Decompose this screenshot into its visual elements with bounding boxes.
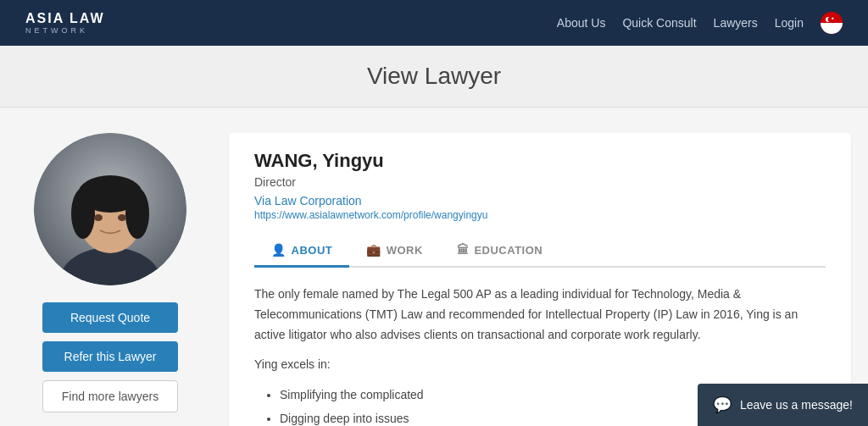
svg-point-12 [71,188,95,239]
about-intro: The only female named by The Legal 500 A… [254,285,826,345]
main-nav: About Us Quick Consult Lawyers Login [557,12,843,34]
lawyer-title: Director [254,175,826,189]
nav-login[interactable]: Login [775,16,804,30]
briefcase-icon: 💼 [366,243,381,257]
tab-work-label: WORK [387,244,423,257]
tab-about[interactable]: 👤 ABOUT [254,235,349,268]
tab-work[interactable]: 💼 WORK [349,235,440,268]
chat-label: Leave us a message! [740,398,853,412]
avatar [34,133,186,285]
refer-lawyer-button[interactable]: Refer this Lawyer [42,341,178,372]
lawyer-url[interactable]: https://www.asialawnetwork.com/profile/w… [254,209,826,221]
nav-lawyers[interactable]: Lawyers [714,16,758,30]
site-header: Asia Law Network About Us Quick Consult … [0,0,868,46]
tab-education-label: EDUCATION [474,244,542,257]
lawyer-detail-panel: WANG, Yingyu Director Via Law Corporatio… [229,133,851,426]
request-quote-button[interactable]: Request Quote [42,302,178,333]
flag-icon-singapore[interactable] [821,12,843,34]
svg-point-14 [94,214,103,221]
logo-subtitle: Network [25,26,105,35]
nav-quick-consult[interactable]: Quick Consult [622,16,696,30]
person-icon: 👤 [271,243,287,257]
main-content: Request Quote Refer this Lawyer Find mor… [0,133,868,426]
svg-rect-1 [821,23,843,34]
page-title: View Lawyer [0,63,868,90]
find-more-button[interactable]: Find more lawyers [42,380,178,412]
chat-icon: 💬 [713,396,732,414]
nav-about-us[interactable]: About Us [557,16,606,30]
profile-tabs: 👤 ABOUT 💼 WORK 🏛 EDUCATION [254,235,826,268]
chat-bubble[interactable]: 💬 Leave us a message! [698,384,868,426]
tab-about-label: ABOUT [292,244,333,257]
page-title-bar: View Lawyer [0,46,868,108]
svg-point-13 [125,188,149,239]
education-icon: 🏛 [457,243,470,257]
tab-education[interactable]: 🏛 EDUCATION [440,235,559,268]
logo-title: Asia Law [25,11,105,26]
svg-point-15 [118,214,126,221]
excels-intro: Ying excels in: [254,355,826,375]
left-sidebar: Request Quote Refer this Lawyer Find mor… [17,133,203,426]
lawyer-firm[interactable]: Via Law Corporation [254,194,826,207]
lawyer-name: WANG, Yingyu [254,150,826,172]
logo[interactable]: Asia Law Network [25,11,105,35]
